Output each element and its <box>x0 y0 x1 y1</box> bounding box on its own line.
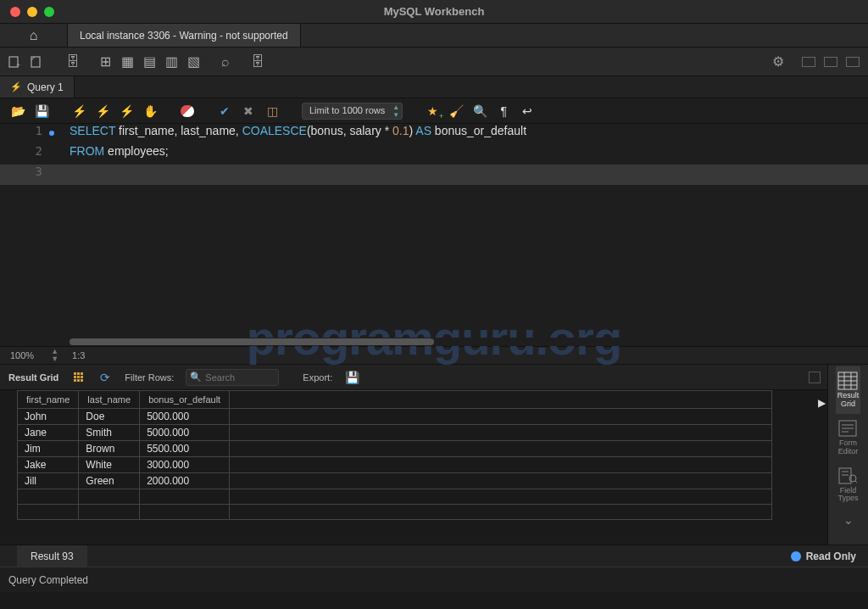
find-button[interactable]: 🔍 <box>472 103 487 119</box>
table-cell[interactable] <box>79 489 140 505</box>
scrollbar-thumb[interactable] <box>70 338 434 345</box>
execute-button[interactable]: ⚡ <box>71 103 86 119</box>
column-header[interactable]: first_name <box>18 391 79 409</box>
table-cell-empty <box>230 489 772 505</box>
side-panel-tab[interactable]: Field Types <box>836 461 861 509</box>
create-schema-button[interactable]: ⊞ <box>97 53 114 70</box>
new-sql-tab-button[interactable]: + <box>7 53 24 70</box>
toggle-sidebar-left-button[interactable] <box>800 53 817 70</box>
connection-tab[interactable]: Local instance 3306 - Warning - not supp… <box>68 24 301 47</box>
refresh-results-button[interactable]: ⟳ <box>97 370 113 385</box>
sql-editor[interactable]: 1SELECT first_name, last_name, COALESCE(… <box>0 124 868 346</box>
sql-line[interactable]: 1SELECT first_name, last_name, COALESCE(… <box>0 124 868 144</box>
toggle-wrap-button[interactable]: ↩ <box>520 103 535 119</box>
column-header[interactable]: last_name <box>79 391 140 409</box>
table-cell[interactable]: Jane <box>18 425 79 441</box>
toggle-sidebar-right-button[interactable] <box>844 53 861 70</box>
table-cell[interactable]: White <box>79 457 140 473</box>
create-procedure-button[interactable]: ▥ <box>163 53 180 70</box>
results-toolbar: Result Grid ⟳ Filter Rows: 🔍 Export: 💾 <box>0 365 827 390</box>
minimize-window-button[interactable] <box>27 7 37 17</box>
query-tab-bar: ⚡ Query 1 <box>0 76 868 98</box>
table-cell[interactable]: Jake <box>18 457 79 473</box>
table-cell[interactable]: 3000.000 <box>140 457 230 473</box>
execute-current-button[interactable]: ⚡ <box>95 103 110 119</box>
table-cell[interactable]: Jim <box>18 441 79 457</box>
table-cell[interactable]: Green <box>79 473 140 489</box>
toggle-output-panel-button[interactable] <box>822 53 839 70</box>
readonly-indicator: Read Only <box>779 545 868 567</box>
table-cell[interactable]: Brown <box>79 441 140 457</box>
result-grid[interactable]: first_namelast_namebonus_or_defaultJohnD… <box>0 390 827 545</box>
editor-status-bar: 100% ▲▼ 1:3 <box>0 346 868 365</box>
snippets-button[interactable]: ★ <box>425 103 440 119</box>
table-row[interactable]: JohnDoe5000.000 <box>18 409 772 425</box>
save-file-button[interactable]: 💾 <box>34 103 49 119</box>
table-cell[interactable]: 2000.000 <box>140 473 230 489</box>
table-cell[interactable]: 5500.000 <box>140 441 230 457</box>
table-cell[interactable] <box>18 505 79 520</box>
side-collapse-arrow[interactable]: ▶ <box>818 397 826 409</box>
search-table-data-button[interactable]: ⌕ <box>217 53 234 70</box>
explain-button[interactable]: ⚡ <box>119 103 134 119</box>
query-tab[interactable]: ⚡ Query 1 <box>0 76 75 98</box>
database-icon: 🗄 <box>66 54 80 70</box>
table-cell[interactable] <box>140 505 230 520</box>
export-button[interactable]: 💾 <box>344 370 359 385</box>
toggle-autocommit-button[interactable] <box>180 103 195 119</box>
toggle-whitespace-button[interactable]: ◫ <box>264 103 280 119</box>
export-icon: 💾 <box>345 371 359 384</box>
create-function-button[interactable]: ▧ <box>185 53 202 70</box>
stop-button[interactable]: ✋ <box>142 103 158 119</box>
connection-tab-bar: ⌂ Local instance 3306 - Warning - not su… <box>0 24 868 47</box>
table-cell[interactable] <box>140 489 230 505</box>
table-cell[interactable]: 5000.000 <box>140 409 230 425</box>
create-table-button[interactable]: ▦ <box>119 53 136 70</box>
editor-horizontal-scrollbar[interactable] <box>0 338 868 346</box>
toggle-invisible-button[interactable]: ¶ <box>496 103 511 119</box>
reconnect-button[interactable]: 🗄 <box>249 53 266 70</box>
side-panel-tab[interactable]: Result Grid <box>836 366 861 414</box>
table-cell[interactable]: Smith <box>79 425 140 441</box>
side-more-button[interactable]: ⌄ <box>843 513 854 527</box>
table-row[interactable]: JimBrown5500.000 <box>18 441 772 457</box>
maximize-window-button[interactable] <box>44 7 54 17</box>
open-file-button[interactable]: 📂 <box>10 103 25 119</box>
table-cell[interactable]: Doe <box>79 409 140 425</box>
editor-toolbar: 📂 💾 ⚡ ⚡ ⚡ ✋ ✔ ✖ ◫ Limit to 1000 rows ▲▼ … <box>0 98 868 124</box>
side-panel-tab[interactable]: Form Editor <box>836 414 861 461</box>
table-row[interactable]: JillGreen2000.000 <box>18 473 772 489</box>
column-header[interactable]: bonus_or_default <box>140 391 230 409</box>
func-icon: ▧ <box>187 53 200 70</box>
settings-button[interactable]: ⚙ <box>770 53 787 70</box>
table-row[interactable]: JaneSmith5000.000 <box>18 425 772 441</box>
table-row[interactable]: JakeWhite3000.000 <box>18 457 772 473</box>
home-tab[interactable]: ⌂ <box>0 24 68 47</box>
beautify-button[interactable]: 🧹 <box>448 103 464 119</box>
rollback-button[interactable]: ✖ <box>241 103 256 119</box>
row-limit-select[interactable]: Limit to 1000 rows ▲▼ <box>302 103 403 120</box>
close-window-button[interactable] <box>10 7 20 17</box>
table-cell[interactable] <box>79 505 140 520</box>
query-tab-label: Query 1 <box>27 81 64 93</box>
inspector-button[interactable]: 🗄 <box>64 53 81 70</box>
table-row[interactable] <box>18 489 772 505</box>
table-cell[interactable]: John <box>18 409 79 425</box>
zoom-stepper[interactable]: ▲▼ <box>51 348 58 363</box>
svg-point-16 <box>849 475 856 482</box>
table-cell[interactable]: Jill <box>18 473 79 489</box>
create-view-button[interactable]: ▤ <box>141 53 158 70</box>
table-cell[interactable] <box>18 489 79 505</box>
table-row[interactable] <box>18 505 772 520</box>
result-tab[interactable]: Result 93 <box>17 545 87 567</box>
pill-icon <box>181 105 194 117</box>
result-grid-label: Result Grid <box>8 372 58 383</box>
table-cell-empty <box>230 425 772 441</box>
sql-line[interactable]: 2FROM employees; <box>0 144 868 165</box>
sql-line[interactable]: 3 <box>0 165 868 185</box>
table-cell[interactable]: 5000.000 <box>140 425 230 441</box>
commit-button[interactable]: ✔ <box>217 103 232 119</box>
open-sql-file-button[interactable] <box>29 53 46 70</box>
expand-results-button[interactable] <box>809 372 821 383</box>
result-grid-icon-button[interactable] <box>70 370 86 385</box>
